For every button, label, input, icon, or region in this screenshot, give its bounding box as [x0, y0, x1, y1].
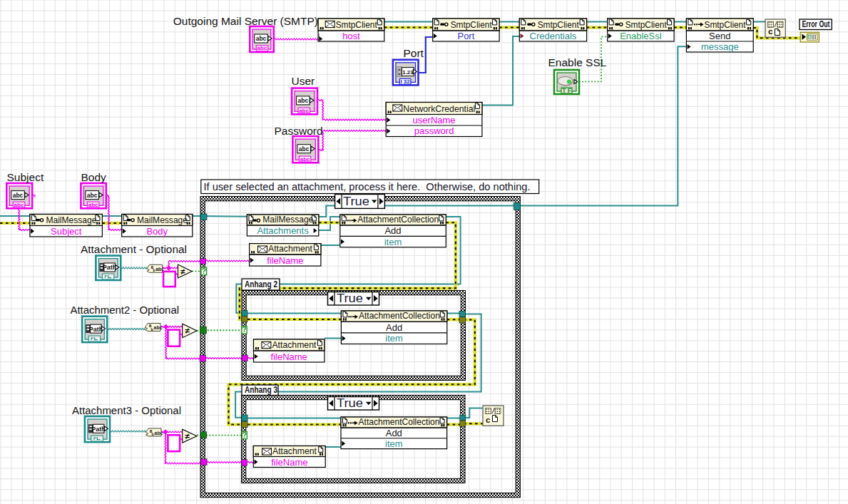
svg-text:True: True	[343, 195, 369, 208]
svg-text:message: message	[701, 41, 739, 52]
svg-text:Add: Add	[386, 428, 402, 438]
svg-text:Add: Add	[384, 225, 401, 236]
svg-text:?: ?	[201, 267, 205, 275]
svg-text:≠: ≠	[180, 267, 185, 276]
svg-text:userName: userName	[413, 115, 456, 125]
svg-text:Attachment: Attachment	[272, 339, 316, 350]
svg-text:NetworkCredential: NetworkCredential	[403, 103, 475, 114]
svg-text:Port: Port	[404, 47, 424, 59]
svg-text:Password: Password	[275, 125, 323, 137]
svg-text:T F: T F	[562, 87, 571, 94]
svg-text:item: item	[385, 438, 403, 449]
svg-text:≠: ≠	[185, 432, 190, 441]
svg-text:MailMessage: MailMessage	[46, 215, 96, 225]
svg-text:fileName: fileName	[271, 457, 307, 468]
svg-text:abc: abc	[297, 97, 308, 104]
svg-text:True: True	[337, 292, 363, 305]
svg-text:fileName: fileName	[271, 351, 307, 362]
svg-text:SmtpClient: SmtpClient	[451, 19, 492, 30]
svg-text:Subject: Subject	[7, 171, 44, 183]
svg-text:Enable SSL: Enable SSL	[548, 56, 607, 68]
svg-text:Attachment - Optional: Attachment - Optional	[81, 243, 187, 255]
svg-text:Error Out: Error Out	[802, 19, 831, 29]
svg-text:Attachment2 - Optional: Attachment2 - Optional	[71, 304, 180, 316]
svg-text:User: User	[292, 75, 315, 87]
svg-text:Attachment: Attachment	[268, 243, 312, 254]
svg-text:Body: Body	[81, 171, 107, 183]
svg-text:Subject: Subject	[51, 226, 82, 237]
svg-text:abc: abc	[299, 108, 309, 114]
svg-text:Credentials: Credentials	[530, 31, 577, 41]
svg-text:abc: abc	[87, 192, 98, 199]
svg-text:abc: abc	[155, 431, 163, 436]
svg-text:c: c	[768, 27, 773, 36]
svg-text:abc: abc	[300, 156, 310, 163]
svg-text:True: True	[337, 396, 363, 410]
svg-text:Outgoing Mail Server (SMTP): Outgoing Mail Server (SMTP)	[173, 15, 318, 27]
svg-text:≠: ≠	[185, 326, 190, 335]
svg-text:password: password	[414, 125, 454, 136]
svg-text:SmtpClient: SmtpClient	[538, 19, 579, 30]
svg-text:fileName: fileName	[267, 255, 303, 266]
svg-text:abc: abc	[88, 202, 98, 208]
svg-text:Attachment: Attachment	[272, 446, 317, 456]
svg-text:abc: abc	[154, 325, 163, 330]
svg-text:I 32: I 32	[400, 78, 410, 85]
svg-text:?: ?	[242, 325, 246, 334]
svg-text:Attachment3 - Optional: Attachment3 - Optional	[72, 404, 181, 416]
svg-text:MailMessage: MailMessage	[262, 214, 313, 225]
svg-text:SmtpClient: SmtpClient	[336, 19, 377, 30]
svg-text:AttachmentCollection: AttachmentCollection	[357, 214, 439, 225]
svg-text:EnableSsl: EnableSsl	[620, 31, 662, 41]
svg-text:Port: Port	[457, 31, 474, 41]
svg-text:Anhang 2: Anhang 2	[245, 279, 277, 289]
svg-text:SmtpClient: SmtpClient	[705, 19, 746, 30]
svg-text:Body: Body	[146, 226, 168, 237]
svg-text:If user selected an attachment: If user selected an attachment, process …	[204, 181, 531, 192]
svg-text:1.23: 1.23	[402, 69, 414, 76]
svg-text:AttachmentCollection: AttachmentCollection	[359, 416, 440, 427]
svg-text:item: item	[385, 333, 403, 344]
svg-text:SmtpClient: SmtpClient	[625, 19, 667, 30]
svg-text:MailMessage: MailMessage	[137, 215, 188, 225]
svg-text:Path: Path	[89, 326, 103, 333]
svg-text:abc: abc	[256, 35, 267, 42]
svg-text:abc: abc	[13, 192, 24, 199]
svg-text:Send: Send	[709, 31, 730, 41]
svg-text:abc: abc	[257, 45, 267, 51]
svg-text:item: item	[384, 237, 402, 247]
svg-text:abc: abc	[299, 145, 310, 153]
svg-text:Add: Add	[386, 322, 402, 333]
svg-text:Anhang 3: Anhang 3	[245, 385, 277, 395]
svg-text:abc: abc	[14, 202, 24, 208]
svg-text:Path: Path	[91, 426, 106, 433]
svg-text:host: host	[342, 31, 360, 41]
svg-text:?: ?	[242, 431, 247, 439]
svg-text:c: c	[486, 416, 491, 424]
svg-text:AttachmentCollection: AttachmentCollection	[359, 310, 440, 321]
svg-text:Attachments: Attachments	[257, 225, 309, 236]
svg-text:Path: Path	[103, 264, 117, 271]
